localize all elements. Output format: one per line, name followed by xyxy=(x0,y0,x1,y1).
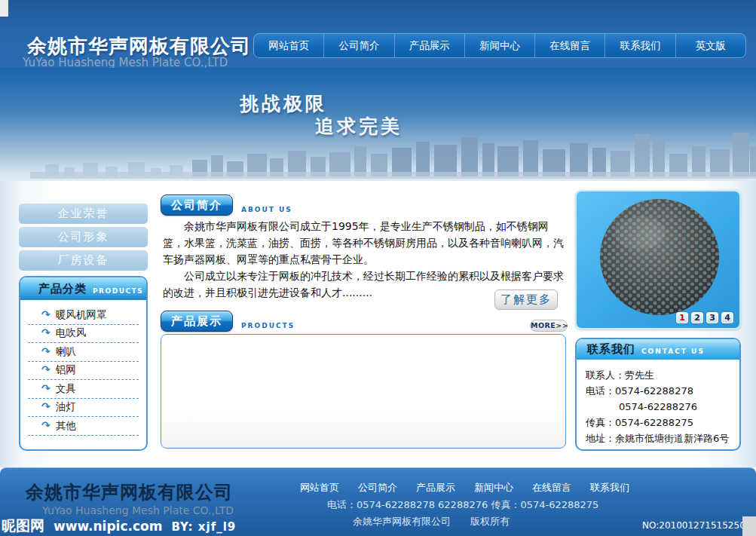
footer-nav-products[interactable]: 产品展示 xyxy=(416,481,455,495)
category-item-stationery[interactable]: ↷ 文具 xyxy=(28,380,139,399)
product-gallery-panel: 1 2 3 4 xyxy=(575,190,741,329)
footer-phone-line: 电话：0574-62288278 62288276 传真：0574-622882… xyxy=(327,498,598,512)
watermark-site-name: 昵图网 xyxy=(2,516,44,536)
product-display-box xyxy=(161,334,566,449)
gallery-pagination: 1 2 3 4 xyxy=(676,312,733,323)
footer-nav-news[interactable]: 新闻中心 xyxy=(474,481,513,495)
frame-corner-top-left xyxy=(0,0,8,17)
contact-fax: 传真：0574-62288275 xyxy=(586,415,739,430)
gallery-page-1[interactable]: 1 xyxy=(676,312,688,323)
page: 余姚市华声网板有限公司 YuYao Huasheng Mesh Plate CO… xyxy=(0,0,756,536)
category-item-other[interactable]: ↷ 其他 xyxy=(28,417,139,436)
contact-phone-2: 0574-62288276 xyxy=(586,399,739,415)
gallery-page-4[interactable]: 4 xyxy=(721,312,733,323)
products-more-button[interactable]: MORE>> xyxy=(530,320,568,332)
category-item-hairdryer[interactable]: ↷ 电吹风 xyxy=(28,325,139,344)
footer-nav-about[interactable]: 公司简介 xyxy=(358,481,397,495)
banner: 挑战极限 追求完美 xyxy=(0,68,756,181)
curved-arrow-icon: ↷ xyxy=(41,400,51,412)
product-category-title: 产品分类 xyxy=(38,282,87,296)
product-category-panel: 产品分类 PRODUCTS ↷ 暖风机网罩 ↷ 电吹风 ↷ 喇叭 ↷ 铝网 ↷ … xyxy=(19,276,148,451)
category-label: 文具 xyxy=(56,382,76,396)
product-category-list: ↷ 暖风机网罩 ↷ 电吹风 ↷ 喇叭 ↷ 铝网 ↷ 文具 ↷ 油灯 ↷ 其他 xyxy=(20,300,146,436)
category-item-aluminum-mesh[interactable]: ↷ 铝网 xyxy=(28,362,139,381)
category-item-oil-lamp[interactable]: ↷ 油灯 xyxy=(28,399,139,418)
category-item-speaker[interactable]: ↷ 喇叭 xyxy=(28,343,139,362)
contact-title: 联系我们 xyxy=(587,342,635,357)
nav-item-news[interactable]: 新闻中心 xyxy=(465,34,535,57)
product-category-subtitle: PRODUCTS xyxy=(93,283,143,295)
category-label: 电吹风 xyxy=(56,326,87,340)
sidebar-button-image[interactable]: 公司形象 xyxy=(19,227,148,247)
learn-more-button[interactable]: 了解更多 xyxy=(494,289,558,310)
category-label: 油灯 xyxy=(56,400,76,414)
contact-panel-header: 联系我们 CONTACT US xyxy=(577,339,739,360)
about-tab-button[interactable]: 公司简介 xyxy=(161,194,233,216)
nav-item-contact[interactable]: 联系我们 xyxy=(605,34,675,57)
footer-nav-contact[interactable]: 联系我们 xyxy=(590,481,629,495)
curved-arrow-icon: ↷ xyxy=(41,419,51,431)
footer-nav: 网站首页 公司简介 产品展示 新闻中心 在线留言 联系我们 xyxy=(300,481,629,495)
watermark-author: BY: xjf_l9 xyxy=(171,520,236,534)
contact-address: 地址：余姚市低塘街道新洋路6号 xyxy=(586,430,739,446)
footer-company-name: 余姚市华声网板有限公司 xyxy=(26,480,233,504)
about-tab-subtitle: ABOUT US xyxy=(241,206,292,213)
curved-arrow-icon: ↷ xyxy=(41,363,51,375)
frame-corner-bottom-right xyxy=(742,516,756,536)
curved-arrow-icon: ↷ xyxy=(41,382,51,394)
about-paragraph-1: 余姚市华声网板有限公司成立于1995年，是专业生产不锈钢制品，如不锈钢网篮，水果… xyxy=(163,218,568,268)
footer-copyright: 余姚华声网板有限公司 版权所有 xyxy=(353,515,510,528)
sidebar-button-factory[interactable]: 厂房设备 xyxy=(19,250,148,271)
contact-subtitle: CONTACT US xyxy=(641,344,705,355)
contact-phone-1: 电话：0574-62288278 xyxy=(586,383,739,399)
gallery-page-2[interactable]: 2 xyxy=(691,312,703,323)
category-label: 其他 xyxy=(56,419,76,433)
nav-item-english[interactable]: 英文版 xyxy=(676,34,745,57)
products-tab-button[interactable]: 产品展示 xyxy=(161,311,233,332)
nipic-watermark: 昵图网 www.nipic.com BY: xjf_l9 xyxy=(2,516,236,536)
contact-panel: 联系我们 CONTACT US 联系人：劳先生 电话：0574-62288278… xyxy=(575,338,741,451)
watermark-url: www.nipic.com xyxy=(54,519,162,534)
mesh-dome-product-image xyxy=(595,195,724,320)
nav-item-products[interactable]: 产品展示 xyxy=(395,34,465,57)
gallery-page-3[interactable]: 3 xyxy=(706,312,718,323)
sidebar-button-honor[interactable]: 企业荣誉 xyxy=(19,204,148,224)
nav-item-home[interactable]: 网站首页 xyxy=(254,34,324,57)
header: 余姚市华声网板有限公司 YuYao Huasheng Mesh Plate CO… xyxy=(0,0,756,68)
curved-arrow-icon: ↷ xyxy=(41,308,51,320)
nav-item-about[interactable]: 公司简介 xyxy=(324,34,394,57)
nav-item-guestbook[interactable]: 在线留言 xyxy=(535,34,605,57)
main-nav: 网站首页 公司简介 产品展示 新闻中心 在线留言 联系我们 英文版 xyxy=(253,33,746,58)
footer-company-name-en: YuYao Huasheng Mesh Plate CO.,LTD xyxy=(42,504,234,516)
category-label: 铝网 xyxy=(56,363,76,377)
city-skyline-graphic xyxy=(0,125,756,181)
contact-person: 联系人：劳先生 xyxy=(586,367,739,383)
curved-arrow-icon: ↷ xyxy=(41,345,51,357)
footer-nav-home[interactable]: 网站首页 xyxy=(300,481,339,495)
products-tab-subtitle: PRODUCTS xyxy=(241,322,295,329)
category-label: 暖风机网罩 xyxy=(56,308,107,322)
about-paragraphs: 余姚市华声网板有限公司成立于1995年，是专业生产不锈钢制品，如不锈钢网篮，水果… xyxy=(163,218,568,301)
banner-slogan-1: 挑战极限 xyxy=(240,91,327,116)
footer-nav-guestbook[interactable]: 在线留言 xyxy=(532,481,571,495)
category-label: 喇叭 xyxy=(56,345,76,359)
contact-details: 联系人：劳先生 电话：0574-62288278 0574-62288276 传… xyxy=(577,360,739,446)
product-category-header: 产品分类 PRODUCTS xyxy=(20,277,146,300)
category-item-heater-mesh[interactable]: ↷ 暖风机网罩 xyxy=(28,306,139,325)
curved-arrow-icon: ↷ xyxy=(41,326,51,338)
footer: 余姚市华声网板有限公司 YuYao Huasheng Mesh Plate CO… xyxy=(0,467,756,536)
footer-serial-number: NO:20100127151525058184 xyxy=(642,520,756,531)
